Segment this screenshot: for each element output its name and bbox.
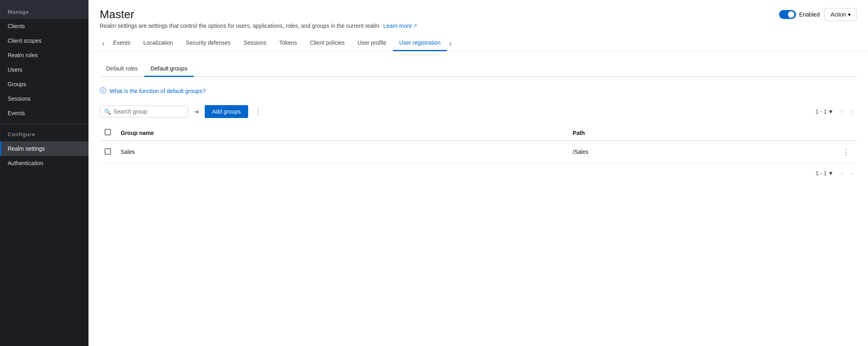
sidebar-item-sessions[interactable]: Sessions [0, 91, 88, 106]
tabs-next-button[interactable]: › [447, 37, 454, 50]
sidebar-item-clients[interactable]: Clients [0, 19, 88, 33]
tab-events[interactable]: Events [107, 35, 137, 51]
search-icon: 🔍 [104, 108, 111, 115]
bottom-pagination-next-button[interactable]: › [848, 168, 857, 178]
toolbar: 🔍 ➔ Add groups ⋮ 1 - 1 ▼ ‹ › [100, 105, 857, 118]
help-text: ⓘ What is the function of default groups… [100, 87, 857, 95]
sub-tabs: Default roles Default groups [100, 61, 857, 77]
help-link[interactable]: What is the function of default groups? [109, 88, 206, 94]
row-checkbox[interactable] [105, 148, 111, 155]
groups-table: Group name Path Sales /Sales [100, 125, 857, 163]
row-group-name: Sales [116, 141, 568, 163]
row-path: /Sales [568, 141, 835, 163]
sidebar-item-groups[interactable]: Groups [0, 77, 88, 91]
sidebar-item-realm-settings[interactable]: Realm settings [0, 141, 88, 156]
chevron-down-icon: ▾ [848, 11, 851, 18]
select-all-checkbox[interactable] [105, 129, 111, 135]
content-area: Default roles Default groups ⓘ What is t… [88, 52, 868, 346]
sidebar-item-client-scopes[interactable]: Client scopes [0, 33, 88, 48]
sidebar-item-users[interactable]: Users [0, 62, 88, 77]
row-kebab-button[interactable]: ⋮ [840, 146, 852, 158]
kebab-icon: ⋮ [842, 148, 849, 156]
sub-tab-default-groups[interactable]: Default groups [144, 61, 194, 77]
col-group-name: Group name [116, 125, 568, 141]
main-content: Master Enabled Action ▾ Realm settings a… [88, 0, 868, 346]
learn-more-link[interactable]: Learn more ↗ [383, 23, 418, 29]
bottom-toolbar: 1 - 1 ▼ ‹ › [100, 163, 857, 180]
tab-user-registration[interactable]: User registration [393, 35, 447, 51]
main-header: Master Enabled Action ▾ Realm settings a… [88, 0, 868, 52]
col-path: Path [568, 125, 835, 141]
table-header-checkbox-cell [100, 125, 116, 141]
tab-sessions[interactable]: Sessions [237, 35, 273, 51]
pagination-prev-button[interactable]: ‹ [838, 106, 846, 117]
sidebar-item-events[interactable]: Events [0, 106, 88, 120]
toggle-label: Enabled [799, 11, 820, 18]
pagination-next-button[interactable]: › [848, 106, 857, 117]
search-submit-button[interactable]: ➔ [191, 106, 202, 117]
sidebar-item-authentication[interactable]: Authentication [0, 156, 88, 170]
pagination-dropdown[interactable]: 1 - 1 ▼ [812, 106, 836, 117]
sub-tab-default-roles[interactable]: Default roles [100, 61, 144, 77]
header-description: Realm settings are settings that control… [100, 23, 857, 29]
page-title: Master [100, 8, 134, 21]
sidebar-item-manage: Manage [0, 0, 88, 19]
toggle-slider [779, 10, 796, 19]
chevron-down-icon: ▼ [828, 170, 833, 176]
enabled-toggle[interactable] [779, 10, 796, 19]
help-icon: ⓘ [100, 87, 106, 95]
row-kebab-cell: ⋮ [835, 141, 857, 163]
external-link-icon: ↗ [413, 23, 417, 29]
search-input[interactable] [113, 108, 170, 115]
toolbar-kebab-button[interactable]: ⋮ [251, 105, 265, 118]
tab-client-policies[interactable]: Client policies [304, 35, 351, 51]
bottom-pagination-dropdown[interactable]: 1 - 1 ▼ [812, 168, 836, 178]
row-checkbox-cell [100, 141, 116, 163]
sidebar-divider [0, 124, 88, 124]
toolbar-right: 1 - 1 ▼ ‹ › [812, 106, 857, 117]
sidebar: Manage Clients Client scopes Realm roles… [0, 0, 88, 346]
table-body: Sales /Sales ⋮ [100, 141, 857, 163]
header-actions: Enabled Action ▾ [779, 8, 857, 21]
tab-user-profile[interactable]: User profile [351, 35, 393, 51]
action-button[interactable]: Action ▾ [825, 8, 857, 21]
tab-tokens[interactable]: Tokens [273, 35, 303, 51]
kebab-icon: ⋮ [255, 108, 262, 116]
tabs-row: ‹ Events Localization Security defenses … [100, 35, 857, 51]
tabs-prev-button[interactable]: ‹ [100, 37, 107, 50]
table-row: Sales /Sales ⋮ [100, 141, 857, 163]
table-header-row: Group name Path [100, 125, 857, 141]
chevron-down-icon: ▼ [828, 108, 833, 115]
arrow-right-icon: ➔ [194, 108, 199, 115]
header-top: Master Enabled Action ▾ [100, 8, 857, 21]
add-groups-button[interactable]: Add groups [205, 105, 248, 118]
bottom-pagination-prev-button[interactable]: ‹ [838, 168, 846, 178]
tab-security-defenses[interactable]: Security defenses [179, 35, 237, 51]
toggle-wrapper: Enabled [779, 10, 820, 19]
sidebar-item-realm-roles[interactable]: Realm roles [0, 48, 88, 62]
tab-localization[interactable]: Localization [137, 35, 179, 51]
col-actions [835, 125, 857, 141]
table-header: Group name Path [100, 125, 857, 141]
sidebar-section-configure: Configure [0, 127, 88, 141]
search-wrapper: 🔍 [100, 106, 188, 118]
